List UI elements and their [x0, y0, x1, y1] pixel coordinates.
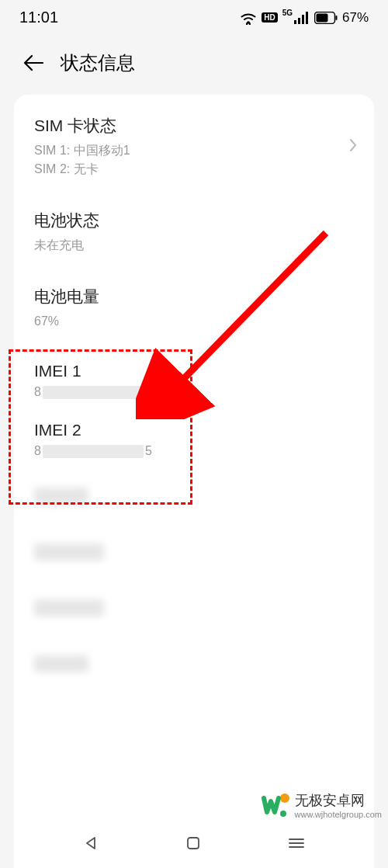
system-nav-bar: [0, 821, 388, 868]
arrow-left-icon: [23, 54, 43, 71]
watermark-logo-icon: [262, 790, 291, 820]
watermark-title: 无极安卓网: [295, 791, 383, 810]
sim-status-title: SIM 卡状态: [34, 115, 354, 137]
battery-icon: [314, 12, 338, 24]
svg-rect-11: [188, 838, 199, 849]
imei2-title: IMEI 2: [34, 421, 354, 439]
status-icons-group: HD 5G 67%: [240, 10, 369, 26]
page-header: 状态信息: [0, 35, 388, 95]
redacted-block: [43, 386, 144, 399]
imei1-item: IMEI 1 83: [14, 346, 374, 410]
network-5g-label: 5G: [282, 9, 293, 17]
status-time: 11:01: [19, 9, 58, 26]
svg-rect-6: [316, 13, 327, 22]
blurred-region: [14, 474, 374, 725]
svg-point-0: [247, 21, 250, 24]
wifi-icon: [240, 11, 257, 25]
blurred-item: [34, 599, 104, 616]
svg-rect-7: [335, 16, 337, 20]
battery-status-item: 电池状态 未在充电: [14, 194, 374, 270]
svg-rect-4: [306, 12, 308, 24]
nav-back-button[interactable]: [83, 835, 99, 854]
battery-level-title: 电池电量: [34, 286, 354, 307]
square-home-icon: [186, 836, 200, 850]
imei1-title: IMEI 1: [34, 362, 354, 380]
watermark-url: www.wjhotelgroup.com: [295, 810, 383, 819]
triangle-back-icon: [83, 835, 99, 851]
svg-rect-1: [294, 20, 296, 24]
imei1-value: 83: [34, 385, 354, 399]
svg-rect-3: [302, 15, 304, 24]
bars-recents-icon: [288, 836, 305, 850]
svg-point-10: [280, 811, 286, 817]
blurred-item: [34, 655, 88, 672]
sim-status-item[interactable]: SIM 卡状态 SIM 1: 中国移动1 SIM 2: 无卡: [14, 99, 374, 194]
sim2-value: SIM 2: 无卡: [34, 160, 354, 179]
battery-status-value: 未在充电: [34, 236, 354, 255]
svg-point-9: [280, 793, 289, 803]
settings-card: SIM 卡状态 SIM 1: 中国移动1 SIM 2: 无卡 电池状态 未在充电…: [14, 95, 374, 868]
redacted-block: [43, 445, 144, 458]
imei2-item: IMEI 2 85: [14, 410, 374, 474]
blurred-item: [34, 488, 88, 505]
watermark: 无极安卓网 www.wjhotelgroup.com: [262, 790, 383, 820]
battery-percent: 67%: [342, 10, 369, 26]
svg-rect-2: [298, 18, 300, 24]
hd-badge: HD: [262, 12, 277, 23]
chevron-right-icon: [349, 138, 357, 155]
nav-home-button[interactable]: [186, 836, 200, 853]
battery-status-title: 电池状态: [34, 210, 354, 231]
status-bar: 11:01 HD 5G 67%: [0, 0, 388, 35]
imei2-value: 85: [34, 444, 354, 458]
signal-icon: [294, 12, 310, 24]
sim1-value: SIM 1: 中国移动1: [34, 141, 354, 160]
blurred-item: [34, 543, 104, 561]
battery-level-item: 电池电量 67%: [14, 270, 374, 346]
page-title: 状态信息: [61, 50, 135, 75]
back-button[interactable]: [23, 54, 43, 71]
nav-recents-button[interactable]: [288, 836, 305, 853]
battery-level-value: 67%: [34, 312, 354, 331]
